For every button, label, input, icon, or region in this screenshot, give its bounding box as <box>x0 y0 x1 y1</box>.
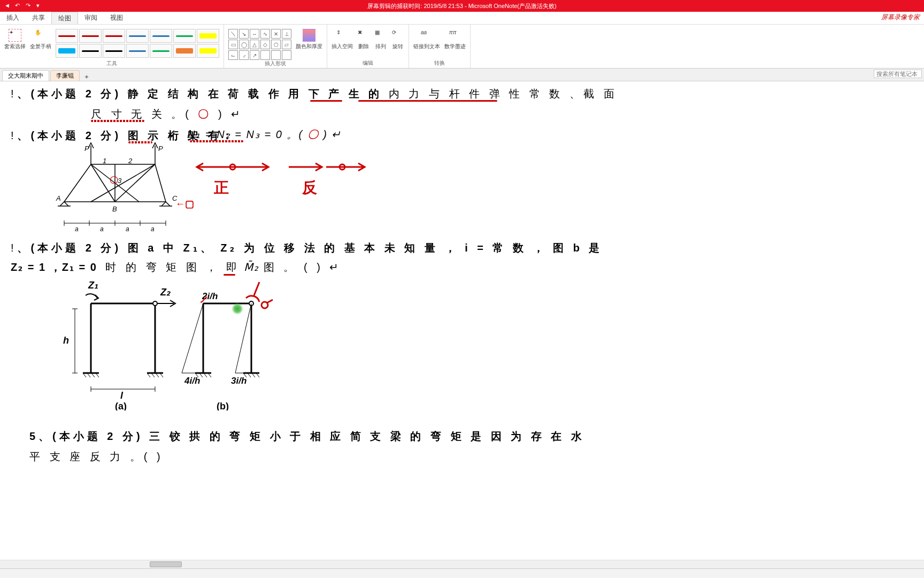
menu-view[interactable]: 视图 <box>104 12 129 24</box>
shape-diamond[interactable]: ◇ <box>260 40 270 49</box>
color-thickness-button[interactable]: 颜色和厚度 <box>295 28 324 51</box>
svg-point-45 <box>153 301 157 306</box>
pen-swatch[interactable] <box>173 29 196 43</box>
pen-swatch[interactable] <box>197 29 219 43</box>
underline-m2 <box>224 274 235 276</box>
pen-gallery <box>55 28 220 59</box>
q5-text: 5、(本小题 2 分) 三 铰 拱 的 弯 矩 小 于 相 应 简 支 梁 的 … <box>29 429 585 444</box>
lasso-select-button[interactable]: ✦ 套索选择 <box>3 28 27 51</box>
squiggle-q2-eq <box>190 140 243 142</box>
shape-gallery: ＼ ↘ ↔ ∿ ✕ ⊥ ▭ ◯ △ ◇ ⬠ ▱ ⌙ ⌌ ↗ <box>227 28 292 61</box>
pen-swatch[interactable] <box>103 29 125 43</box>
shape-oval[interactable]: ◯ <box>239 40 249 49</box>
pen-swatch[interactable] <box>126 29 149 43</box>
fan-arrow <box>283 159 369 180</box>
svg-text:1: 1 <box>103 157 106 165</box>
svg-text:a: a <box>151 225 155 233</box>
answer-mark-q1: 〇 <box>198 108 212 120</box>
underline-rest <box>358 100 497 102</box>
color-icon <box>303 29 315 42</box>
delete-icon: ✖ <box>357 29 370 42</box>
shape-x[interactable]: ✕ <box>271 29 281 39</box>
svg-line-4 <box>91 164 155 202</box>
rotate-icon: ⟳ <box>391 29 404 42</box>
pen-swatch[interactable] <box>79 29 102 43</box>
arrange-button[interactable]: ▦排列 <box>373 28 388 51</box>
q3-line1: !、(本小题 2 分) 图 a 中 Z₁、 Z₂ 为 位 移 法 的 基 本 未… <box>11 241 603 255</box>
page-tab-1[interactable]: 李廉锟 <box>50 70 80 81</box>
titlebar: ◄ ↶ ↷ ▾ 屏幕剪辑的捕获时间: 2019/5/8 21:53 - Micr… <box>0 0 924 12</box>
ribbon-group-edit: ⇕插入空间 ✖删除 ▦排列 ⟳旋转 编辑 <box>327 25 409 68</box>
pan-button[interactable]: ✋ 全景手柄 <box>29 28 52 51</box>
pen-swatch[interactable] <box>173 44 196 58</box>
search-input[interactable] <box>874 70 922 78</box>
add-page-tab[interactable]: ✦ <box>81 73 93 81</box>
pen-swatch[interactable] <box>150 44 172 58</box>
shape-arrow[interactable]: ↘ <box>239 29 249 39</box>
shape-parallelogram[interactable]: ▱ <box>282 40 291 49</box>
pen-swatch[interactable] <box>150 29 172 43</box>
group-label-convert: 转换 <box>412 58 467 67</box>
svg-text:a: a <box>126 225 129 233</box>
delete-button[interactable]: ✖删除 <box>356 28 371 51</box>
page-tabstrip: 交大期末期中 李廉锟 ✦ <box>0 69 924 81</box>
undo-icon[interactable]: ↶ <box>15 2 22 10</box>
rotate-button[interactable]: ⟳旋转 <box>390 28 405 51</box>
svg-text:(a): (a) <box>115 401 127 410</box>
svg-text:Z₁: Z₁ <box>88 280 98 291</box>
pen-swatch[interactable] <box>197 44 219 58</box>
horizontal-scrollbar[interactable] <box>0 560 924 568</box>
red-arrow-c: ←▢ <box>175 198 194 210</box>
svg-text:Z₂: Z₂ <box>160 287 171 298</box>
q2-equation: N₁ = N₂ = N₃ = 0 。( 〇 ) ↵ <box>187 127 342 142</box>
shape-triangle[interactable]: △ <box>250 40 259 49</box>
shape-line[interactable]: ＼ <box>228 29 238 39</box>
insert-space-icon: ⇕ <box>336 29 349 42</box>
menu-review[interactable]: 审阅 <box>78 12 104 24</box>
svg-text:a: a <box>100 225 104 233</box>
svg-text:A: A <box>56 194 61 202</box>
menu-insert[interactable]: 插入 <box>0 12 26 24</box>
q3-line2: Z₂ = 1 ，Z₁ = 0 时 的 弯 矩 图 ， 即 M̄₂ 图 。 ( )… <box>11 260 342 275</box>
ribbon: ✦ 套索选择 ✋ 全景手柄 <box>0 25 924 69</box>
ribbon-group-shapes: ＼ ↘ ↔ ∿ ✕ ⊥ ▭ ◯ △ ◇ ⬠ ▱ ⌙ ⌌ ↗ <box>224 25 327 68</box>
note-canvas[interactable]: !、(本小题 2 分) 静 定 结 构 在 荷 载 作 用 下 产 生 的 内 … <box>0 81 924 467</box>
q1-line2: 尺 寸 无 关 。( 〇 ) ↵ <box>91 107 243 121</box>
pen-swatch[interactable] <box>103 44 125 58</box>
shape-y[interactable]: ⊥ <box>282 29 291 39</box>
q5b-text: 平 支 座 反 力 。( ) <box>29 450 164 464</box>
shape-curve[interactable]: ∿ <box>260 29 270 39</box>
figure-a: Z₁ Z₂ h l (a) <box>59 277 176 410</box>
pen-swatch[interactable] <box>126 44 149 58</box>
group-label-shapes: 插入形状 <box>227 59 324 67</box>
squiggle-q1 <box>91 120 144 122</box>
menu-draw[interactable]: 绘图 <box>51 12 78 24</box>
insert-space-button[interactable]: ⇕插入空间 <box>330 28 354 51</box>
math-ink-button[interactable]: ππ数学墨迹 <box>443 28 467 51</box>
shape-rect[interactable]: ▭ <box>228 40 238 49</box>
pen-swatch[interactable] <box>79 44 102 58</box>
label-fan: 反 <box>302 178 317 198</box>
q1-text: !、(本小题 2 分) 静 定 结 构 在 荷 载 作 用 下 产 生 的 内 … <box>11 87 618 101</box>
arrange-icon: ▦ <box>374 29 387 42</box>
link-text-button[interactable]: aa链接到文本 <box>412 28 441 51</box>
shape-pentagon[interactable]: ⬠ <box>271 40 281 49</box>
back-icon[interactable]: ◄ <box>4 2 12 10</box>
group-label-tools: 工具 <box>3 59 220 67</box>
scrollbar-thumb[interactable] <box>150 561 182 567</box>
red-scribble-figb <box>243 279 275 317</box>
hand-icon: ✋ <box>34 29 47 42</box>
menubar: 插入 共享 绘图 审阅 视图 <box>0 12 924 25</box>
ribbon-group-tools: ✦ 套索选择 ✋ 全景手柄 <box>0 25 224 68</box>
svg-text:(b): (b) <box>217 401 229 410</box>
redo-icon[interactable]: ↷ <box>26 2 33 10</box>
truss-diagram: P P A B C 1 2 3 a a a a <box>53 138 192 234</box>
shape-double-arrow[interactable]: ↔ <box>250 29 259 39</box>
red-mark-2ih: ⟋ <box>198 293 210 307</box>
pen-swatch[interactable] <box>56 44 78 58</box>
dropdown-icon[interactable]: ▾ <box>36 2 44 10</box>
menu-share[interactable]: 共享 <box>26 12 51 24</box>
page-tab-0[interactable]: 交大期末期中 <box>2 70 49 81</box>
pen-swatch[interactable] <box>56 29 78 43</box>
svg-text:2: 2 <box>128 157 133 165</box>
